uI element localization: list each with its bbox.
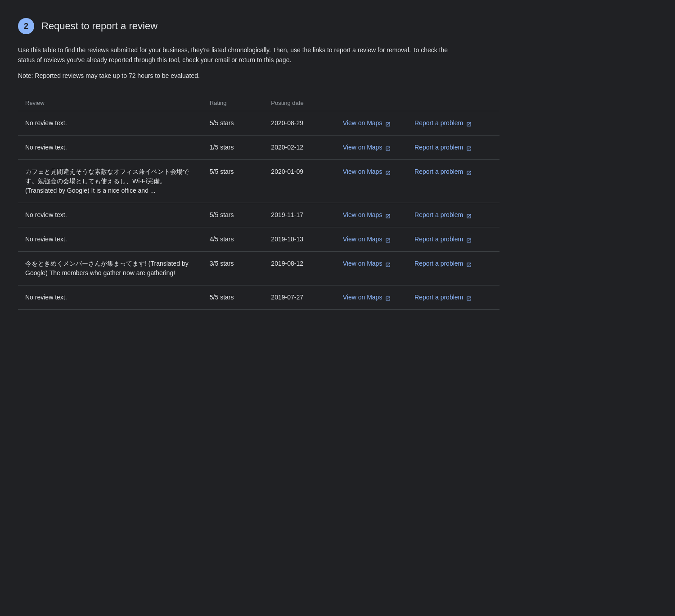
date-text: 2020-02-12 — [264, 136, 335, 160]
external-link-icon — [385, 294, 391, 300]
report-problem-cell: Report a problem — [407, 136, 500, 160]
date-text: 2020-01-09 — [264, 160, 335, 203]
report-problem-link[interactable]: Report a problem — [414, 294, 472, 301]
review-text: 今をときめくメンバーさんが集まってます! (Translated by Goog… — [18, 252, 202, 285]
view-on-maps-cell: View on Maps — [336, 252, 407, 285]
step-badge: 2 — [18, 18, 34, 34]
col-header-view — [336, 95, 407, 111]
section-description: Use this table to find the reviews submi… — [18, 45, 450, 65]
external-link-icon — [385, 212, 391, 217]
review-text: No review text. — [18, 203, 202, 227]
rating-text: 4/5 stars — [202, 227, 264, 252]
review-text: No review text. — [18, 285, 202, 310]
date-text: 2019-08-12 — [264, 252, 335, 285]
external-link-icon — [466, 169, 472, 174]
external-link-icon — [385, 169, 391, 174]
rating-text: 3/5 stars — [202, 252, 264, 285]
report-problem-cell: Report a problem — [407, 285, 500, 310]
report-problem-link[interactable]: Report a problem — [414, 236, 472, 243]
external-link-icon — [466, 294, 472, 300]
table-row: No review text. 5/5 stars 2020-08-29 Vie… — [18, 111, 500, 136]
page-container: 2 Request to report a review Use this ta… — [0, 9, 518, 319]
col-header-rating: Rating — [202, 95, 264, 111]
table-row: カフェと見間違えそうな素敵なオフィス兼イベント会場です。勉強会の会場としても使え… — [18, 160, 500, 203]
table-row: No review text. 1/5 stars 2020-02-12 Vie… — [18, 136, 500, 160]
external-link-icon — [385, 145, 391, 150]
rating-text: 1/5 stars — [202, 136, 264, 160]
report-problem-link[interactable]: Report a problem — [414, 168, 472, 175]
view-on-maps-cell: View on Maps — [336, 160, 407, 203]
view-on-maps-cell: View on Maps — [336, 136, 407, 160]
report-problem-link[interactable]: Report a problem — [414, 119, 472, 127]
table-row: No review text. 5/5 stars 2019-11-17 Vie… — [18, 203, 500, 227]
reviews-table: Review Rating Posting date No review tex… — [18, 95, 500, 310]
view-on-maps-link[interactable]: View on Maps — [343, 168, 391, 175]
report-problem-link[interactable]: Report a problem — [414, 260, 472, 267]
section-note: Note: Reported reviews may take up to 72… — [18, 71, 500, 81]
view-on-maps-link[interactable]: View on Maps — [343, 260, 391, 267]
external-link-icon — [385, 236, 391, 242]
table-row: No review text. 5/5 stars 2019-07-27 Vie… — [18, 285, 500, 310]
col-header-date: Posting date — [264, 95, 335, 111]
view-on-maps-cell: View on Maps — [336, 111, 407, 136]
report-problem-cell: Report a problem — [407, 252, 500, 285]
view-on-maps-link[interactable]: View on Maps — [343, 236, 391, 243]
review-text: カフェと見間違えそうな素敵なオフィス兼イベント会場です。勉強会の会場としても使え… — [18, 160, 202, 203]
external-link-icon — [385, 261, 391, 266]
col-header-report — [407, 95, 500, 111]
external-link-icon — [466, 236, 472, 242]
view-on-maps-cell: View on Maps — [336, 227, 407, 252]
review-text: No review text. — [18, 111, 202, 136]
report-problem-link[interactable]: Report a problem — [414, 211, 472, 218]
external-link-icon — [466, 212, 472, 217]
section-header: 2 Request to report a review — [18, 18, 500, 34]
rating-text: 5/5 stars — [202, 160, 264, 203]
external-link-icon — [385, 120, 391, 126]
view-on-maps-cell: View on Maps — [336, 285, 407, 310]
date-text: 2019-07-27 — [264, 285, 335, 310]
table-row: No review text. 4/5 stars 2019-10-13 Vie… — [18, 227, 500, 252]
rating-text: 5/5 stars — [202, 111, 264, 136]
view-on-maps-link[interactable]: View on Maps — [343, 294, 391, 301]
view-on-maps-link[interactable]: View on Maps — [343, 119, 391, 127]
table-row: 今をときめくメンバーさんが集まってます! (Translated by Goog… — [18, 252, 500, 285]
report-problem-cell: Report a problem — [407, 227, 500, 252]
rating-text: 5/5 stars — [202, 285, 264, 310]
external-link-icon — [466, 120, 472, 126]
date-text: 2020-08-29 — [264, 111, 335, 136]
view-on-maps-cell: View on Maps — [336, 203, 407, 227]
date-text: 2019-10-13 — [264, 227, 335, 252]
view-on-maps-link[interactable]: View on Maps — [343, 144, 391, 151]
rating-text: 5/5 stars — [202, 203, 264, 227]
external-link-icon — [466, 261, 472, 266]
external-link-icon — [466, 145, 472, 150]
report-problem-link[interactable]: Report a problem — [414, 144, 472, 151]
col-header-review: Review — [18, 95, 202, 111]
report-problem-cell: Report a problem — [407, 160, 500, 203]
view-on-maps-link[interactable]: View on Maps — [343, 211, 391, 218]
report-problem-cell: Report a problem — [407, 203, 500, 227]
report-problem-cell: Report a problem — [407, 111, 500, 136]
review-text: No review text. — [18, 227, 202, 252]
date-text: 2019-11-17 — [264, 203, 335, 227]
section-title: Request to report a review — [41, 20, 158, 32]
review-text: No review text. — [18, 136, 202, 160]
